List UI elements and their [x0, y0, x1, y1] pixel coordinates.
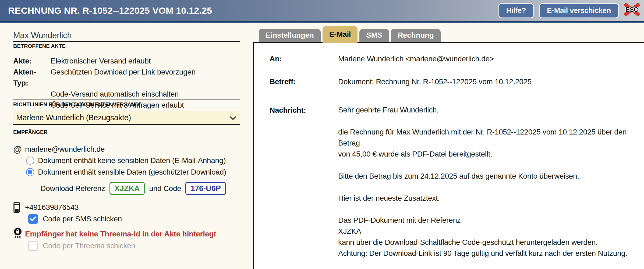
recipient-select[interactable]: Marlene Wunderlich (Bezugsakte) — [13, 111, 240, 125]
akten-typ-value: Geschützten Download per Link bevorzugen — [51, 66, 196, 89]
akten-typ-row2: Code-Versand automatisch einschalten — [13, 89, 196, 100]
divider — [13, 41, 240, 42]
checkbox-unchecked-icon[interactable] — [28, 241, 38, 251]
esc-close-icon[interactable]: ESC — [624, 2, 640, 16]
tab-sms[interactable]: SMS — [359, 29, 389, 42]
tab-einstellungen[interactable]: Einstellungen — [259, 29, 321, 42]
patient-name: Max Wunderlich — [13, 31, 72, 40]
send-document-dialog: RECHNUNG NR. R-1052--122025 VOM 10.12.25… — [0, 0, 644, 269]
betreff-value[interactable]: Dokument: Rechnung Nr. R-1052--122025 vo… — [338, 77, 532, 86]
akte-label: Akte: — [13, 55, 51, 66]
threema-warning-row: Empfänger hat keine Threema-Id in der Ak… — [13, 228, 216, 240]
recipient-select-value: Marlene Wunderlich (Bezugsakte) — [16, 113, 131, 122]
sms-checkbox-label: Code per SMS schicken — [43, 215, 122, 223]
tab-bar: Einstellungen E-Mail SMS Rechnung — [259, 26, 441, 43]
radio-no-sensitive-data[interactable]: Dokument enthält keine sensiblen Daten (… — [26, 156, 226, 165]
radio-sensitive-label: Dokument enthält sensible Daten (geschüt… — [38, 168, 226, 176]
threema-icon — [13, 228, 25, 240]
download-ref-code: XJZKA — [109, 182, 145, 195]
an-value[interactable]: Marlene Wunderlich <marlene@wunderlich.d… — [338, 55, 494, 63]
titlebar-actions: Hilfe? E-Mail verschicken — [498, 0, 619, 21]
recipient-email: marlene@wunderlich.de — [25, 145, 105, 154]
tab-email[interactable]: E-Mail — [323, 26, 358, 43]
phone-number-row: +491639876543 — [13, 202, 79, 213]
dialog-title: RECHNUNG NR. R-1052--122025 VOM 10.12.25 — [8, 5, 212, 16]
sms-code-checkbox-row[interactable]: Code per SMS schicken — [28, 214, 122, 224]
akte-row: Akte: Elektronischer Versand erlaubt — [13, 55, 196, 66]
download-reference-row: Download Referenz XJZKA und Code 176-U6P — [40, 182, 226, 195]
nachricht-label: Nachricht: — [270, 106, 306, 115]
akten-typ-row: Akten-Typ: Geschützten Download per Link… — [13, 66, 196, 89]
betreff-label: Betreff: — [270, 77, 296, 86]
akten-typ-label: Akten-Typ: — [13, 66, 51, 89]
chevron-down-icon — [229, 116, 236, 121]
threema-code-checkbox-row[interactable]: Code per Threema schicken — [28, 241, 135, 251]
email-tab-panel: An: Marlene Wunderlich <marlene@wunderli… — [253, 42, 644, 269]
download-code: 176-U6P — [185, 182, 226, 195]
message-body[interactable]: Sehr geehrte Frau Wunderlich, die Rechnu… — [338, 104, 637, 269]
at-icon: @ — [13, 144, 25, 154]
download-ref-label: Download Referenz — [40, 184, 105, 193]
phone-number: +491639876543 — [25, 203, 79, 212]
help-button[interactable]: Hilfe? — [498, 3, 534, 18]
titlebar: RECHNUNG NR. R-1052--122025 VOM 10.12.25… — [0, 0, 644, 23]
radio-unselected-icon[interactable] — [26, 157, 34, 165]
tab-rechnung[interactable]: Rechnung — [391, 29, 440, 42]
send-email-button[interactable]: E-Mail verschicken — [539, 3, 619, 18]
und-code-label: und Code — [149, 184, 181, 193]
divider — [13, 100, 240, 100]
section-label-betroffene-akte: BETROFFENE AKTE — [13, 43, 66, 49]
section-label-richtlinien: RICHTLINIEN FÜR DEN DOKUMENTENVERSAND — [13, 101, 139, 108]
radio-no-sensitive-label: Dokument enthält keine sensiblen Daten (… — [38, 156, 226, 165]
threema-warning-text: Empfänger hat keine Threema-Id in der Ak… — [25, 230, 216, 238]
mobile-phone-icon — [13, 202, 25, 213]
an-label: An: — [270, 55, 282, 63]
threema-checkbox-label: Code per Threema schicken — [43, 242, 135, 250]
section-label-empfaenger: EMPFÄNGER — [13, 129, 48, 135]
checkbox-checked-icon[interactable] — [28, 214, 38, 224]
radio-selected-icon[interactable] — [26, 168, 34, 176]
akte-value: Elektronischer Versand erlaubt — [51, 55, 151, 66]
recipient-sidebar: Max Wunderlich BETROFFENE AKTE Akte: Ele… — [13, 23, 240, 269]
esc-label: ESC — [624, 6, 640, 13]
akten-typ-line2: Code-Versand automatisch einschalten — [51, 89, 179, 100]
radio-sensitive-data[interactable]: Dokument enthält sensible Daten (geschüt… — [26, 168, 226, 176]
email-address-row: @ marlene@wunderlich.de — [13, 144, 105, 154]
